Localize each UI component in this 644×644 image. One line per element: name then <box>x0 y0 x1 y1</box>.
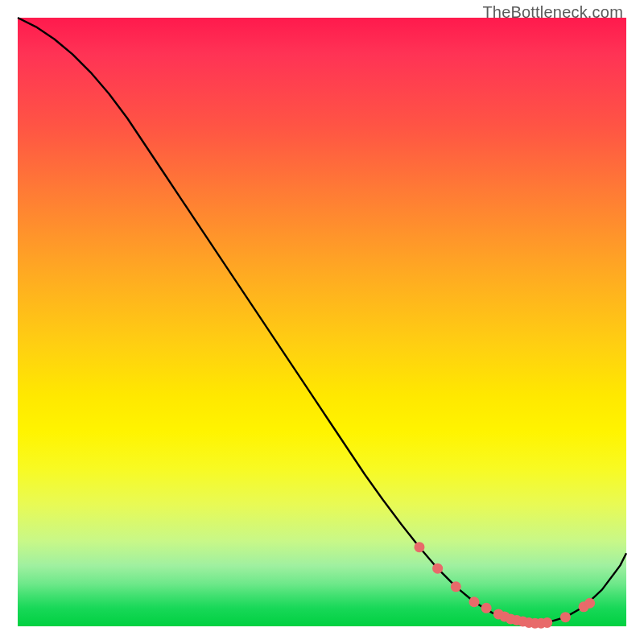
data-marker <box>469 597 480 607</box>
markers-group <box>414 542 595 629</box>
data-marker <box>542 617 552 628</box>
plot-area <box>18 18 626 626</box>
series-line <box>18 18 626 623</box>
data-marker <box>481 603 492 613</box>
data-marker <box>432 564 443 574</box>
data-marker <box>584 598 595 609</box>
data-marker <box>414 542 424 552</box>
chart-svg <box>18 18 626 626</box>
chart-canvas: TheBottleneck.com <box>0 0 644 644</box>
data-marker <box>451 581 461 592</box>
data-marker <box>560 612 571 622</box>
